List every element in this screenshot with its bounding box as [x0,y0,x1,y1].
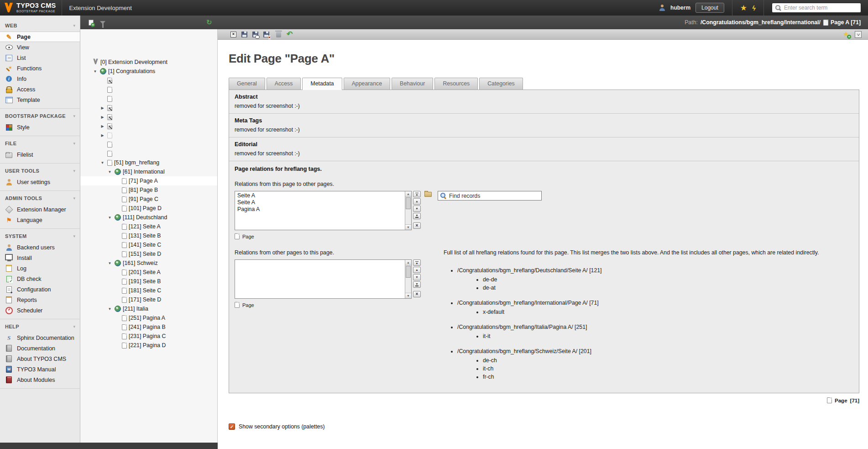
find-records-input[interactable]: Find records [438,191,542,201]
close-icon[interactable] [230,32,236,37]
tree-node[interactable] [80,76,217,85]
tree-node-231-pagina-c[interactable]: [231] Pagina C [80,332,217,341]
expander-icon[interactable]: ▶ [99,115,105,119]
tree-node-71-page-a[interactable]: [71] Page A [80,176,217,185]
clear-cache-bolt-icon[interactable]: ϟ [752,4,756,12]
tree-node-241-pagina-b[interactable]: [241] Pagina B [80,322,217,332]
sidebar-item-access[interactable]: Access [0,84,80,95]
bookmark-new-icon[interactable] [843,31,849,38]
username[interactable]: huberm [670,5,690,11]
sidebar-section-header[interactable]: SYSTEM▾ [0,229,80,242]
filter-icon[interactable] [100,21,105,24]
sidebar-item-template[interactable]: Template [0,95,80,105]
tree-node-171-seite-d[interactable]: [171] Seite D [80,295,217,304]
expander-icon[interactable]: ▼ [99,161,105,165]
tab-metadata[interactable]: Metadata [302,78,342,90]
tree-node-221-pagina-d[interactable]: [221] Pagina D [80,341,217,350]
tree-node-181-seite-c[interactable]: [181] Seite C [80,286,217,295]
tree-node-61-international[interactable]: ▼[61] International [80,167,217,176]
tab-resources[interactable]: Resources [434,78,478,90]
tree-node-151-seite-d[interactable]: [151] Seite D [80,249,217,259]
listbox-scrollbar[interactable]: ▲ ▼ [405,260,411,298]
sidebar-item-user-settings[interactable]: User settings [0,177,80,187]
sidebar-section-header[interactable]: WEB▾ [0,18,80,32]
sidebar-item-db-check[interactable]: DB check [0,274,80,284]
sidebar-item-typo3-manual[interactable]: TYPO3 Manual [0,364,80,375]
sidebar-item-list[interactable]: List [0,53,80,63]
tree-node-121-seite-a[interactable]: [121] Seite A [80,222,217,231]
expander-icon[interactable]: ▼ [107,216,113,220]
listbox-scrollbar[interactable]: ▲ ▼ [405,191,411,230]
sidebar-item-page[interactable]: Page [0,32,80,42]
sidebar-item-functions[interactable]: Functions [0,63,80,74]
tree-node-211-italia[interactable]: ▼[211] Italia [80,304,217,313]
to-bottom-icon[interactable] [413,281,421,288]
secondary-options-checkbox[interactable] [229,423,235,430]
logout-button[interactable]: Logout [695,3,724,13]
tree-node[interactable]: ▶ [80,112,217,121]
save-close-icon[interactable] [263,32,269,37]
save-icon[interactable] [241,32,247,37]
sidebar-section-header[interactable]: FILE▾ [0,136,80,149]
tab-access[interactable]: Access [267,78,301,90]
typo3-logo[interactable]: TYPO3 CMS BOOTSTRAP PACKAGE [0,2,56,13]
relations-from-listbox[interactable]: Seite ASeite APagina A ▲ ▼ [235,191,412,230]
sidebar-item-configuration[interactable]: Configuration [0,284,80,295]
sidebar-item-scheduler[interactable]: Scheduler [0,305,80,316]
tree-node[interactable] [80,94,217,103]
relations-to-listbox[interactable]: ▲ ▼ [235,259,412,299]
path-page-ref[interactable]: Page A [71] [823,19,861,26]
sidebar-item-filelist[interactable]: Filelist [0,149,80,160]
scrollbar-thumb[interactable] [406,197,411,209]
sidebar-item-info[interactable]: Info [0,74,80,84]
expander-icon[interactable]: ▼ [107,261,113,265]
sidebar-section-header[interactable]: BOOTSTRAP PACKAGE▾ [0,109,80,122]
move-up-icon[interactable] [413,267,421,273]
tree-node-51-bgm-hreflang[interactable]: ▼[51] bgm_hreflang [80,158,217,167]
delete-icon[interactable] [276,32,281,37]
new-page-icon[interactable] [89,20,94,26]
listbox-option[interactable]: Seite A [237,192,403,199]
undo-icon[interactable] [287,31,293,38]
tree-node-0-extension-development[interactable]: [0] Extension Development [80,58,217,67]
to-top-icon[interactable] [413,191,421,197]
page-tree-panel[interactable]: [0] Extension Development▼[1] Congratula… [80,29,218,443]
tab-general[interactable]: General [229,78,265,90]
remove-icon[interactable] [413,291,421,297]
move-down-icon[interactable] [413,274,421,280]
sidebar-item-install[interactable]: Install [0,253,80,263]
sidebar-item-view[interactable]: View [0,42,80,53]
tree-node[interactable]: ▶ [80,131,217,140]
sidebar-item-style[interactable]: Style [0,122,80,132]
to-top-icon[interactable] [413,259,421,266]
tree-node-251-pagina-a[interactable]: [251] Pagina A [80,313,217,322]
refresh-icon[interactable]: ↻ [206,19,212,26]
sidebar-item-language[interactable]: Language [0,215,80,225]
browse-folder-icon[interactable] [424,192,432,197]
sidebar-item-extension-manager[interactable]: Extension Manager [0,204,80,215]
tab-appearance[interactable]: Appearance [344,78,390,90]
tree-node-1-congratulations[interactable]: ▼[1] Congratulations [80,67,217,76]
tree-node-141-seite-c[interactable]: [141] Seite C [80,240,217,249]
listbox-option[interactable]: Pagina A [237,206,403,213]
remove-icon[interactable] [413,222,421,229]
tree-node-101-page-d[interactable]: [101] Page D [80,204,217,213]
tab-behaviour[interactable]: Behaviour [392,78,433,90]
tree-node-81-page-b[interactable]: [81] Page B [80,185,217,195]
scroll-up-icon[interactable]: ▲ [405,191,411,197]
save-view-icon[interactable] [252,32,258,37]
scrollbar-thumb[interactable] [406,266,411,278]
move-up-icon[interactable] [413,198,421,205]
scroll-up-icon[interactable]: ▲ [405,260,411,265]
sidebar-section-header[interactable]: HELP▾ [0,319,80,333]
tree-node-161-schweiz[interactable]: ▼[161] Schweiz [80,259,217,268]
listbox-option[interactable]: Seite A [237,199,403,206]
tree-node-191-seite-b[interactable]: [191] Seite B [80,277,217,286]
sidebar-section-header[interactable]: ADMIN TOOLS▾ [0,191,80,204]
tree-node[interactable] [80,149,217,158]
sidebar-item-reports[interactable]: Reports [0,295,80,305]
sidebar-item-documentation[interactable]: Documentation [0,343,80,354]
sidebar-section-header[interactable]: USER TOOLS▾ [0,164,80,177]
to-bottom-icon[interactable] [413,213,421,219]
move-down-icon[interactable] [413,206,421,212]
